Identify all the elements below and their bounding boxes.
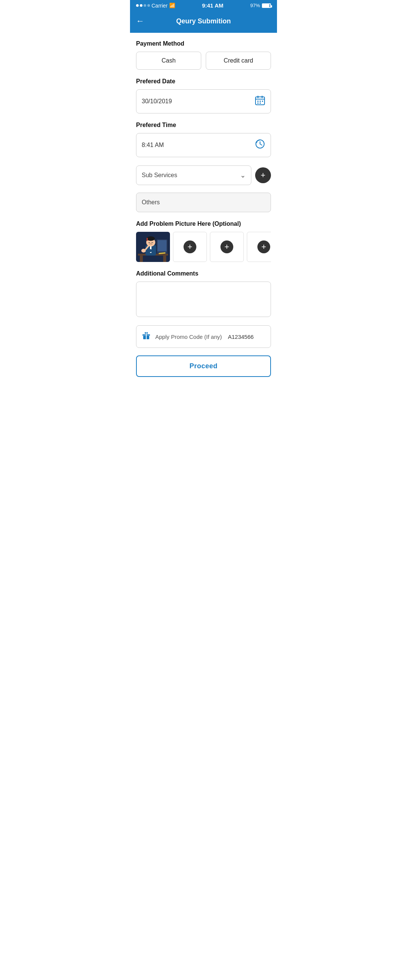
svg-rect-2 xyxy=(262,96,263,98)
picture-slot-4[interactable]: + xyxy=(247,232,271,262)
picture-slot-3[interactable]: + xyxy=(210,232,244,262)
svg-line-11 xyxy=(260,144,262,145)
picture-slot-1[interactable] xyxy=(136,232,170,262)
preferred-date-field[interactable]: 30/10/2019 xyxy=(136,89,271,113)
sub-services-label: Sub Services xyxy=(142,172,177,179)
main-content: Payment Method Cash Credit card Prefered… xyxy=(130,33,277,385)
svg-rect-8 xyxy=(260,102,261,103)
signal-dots xyxy=(136,4,150,7)
others-text: Others xyxy=(142,199,160,205)
svg-rect-32 xyxy=(142,335,150,336)
svg-rect-31 xyxy=(146,334,146,339)
preferred-date-label: Prefered Date xyxy=(136,78,271,85)
picture-slot-2[interactable]: + xyxy=(173,232,207,262)
header: ← Qeury Submition xyxy=(130,11,277,33)
preferred-time-field[interactable]: 8:41 AM xyxy=(136,133,271,157)
promo-code-value: A1234566 xyxy=(228,334,254,340)
back-button[interactable]: ← xyxy=(136,16,144,26)
others-box[interactable]: Others xyxy=(136,192,271,212)
calendar-icon xyxy=(255,95,265,108)
preferred-date-value: 30/10/2019 xyxy=(142,98,172,105)
proceed-button[interactable]: Proceed xyxy=(136,355,271,377)
sub-services-row: Sub Services ⌄ + xyxy=(136,165,271,185)
status-right: 97% xyxy=(250,3,271,8)
status-bar: Carrier 📶 9:41 AM 97% xyxy=(130,0,277,11)
svg-rect-6 xyxy=(262,101,263,102)
svg-rect-4 xyxy=(258,101,259,102)
plus-icon: + xyxy=(261,170,266,180)
wifi-icon: 📶 xyxy=(169,3,175,8)
picture-upload-row: + + + xyxy=(136,232,271,262)
svg-rect-1 xyxy=(258,96,259,98)
status-left: Carrier 📶 xyxy=(136,3,175,9)
add-sub-service-button[interactable]: + xyxy=(255,167,271,183)
preferred-time-label: Prefered Time xyxy=(136,122,271,129)
add-picture-icon-3: + xyxy=(221,240,233,253)
add-picture-icon-2: + xyxy=(183,240,196,253)
dot4 xyxy=(147,4,150,7)
additional-comments-label: Additional Comments xyxy=(136,270,271,277)
carrier-label: Carrier xyxy=(151,3,168,9)
dot2 xyxy=(140,4,142,7)
svg-rect-24 xyxy=(146,238,148,241)
battery-percent: 97% xyxy=(250,3,260,8)
chevron-down-icon: ⌄ xyxy=(240,171,246,180)
status-time: 9:41 AM xyxy=(202,2,224,9)
dot3 xyxy=(143,4,146,7)
svg-rect-18 xyxy=(157,240,167,251)
payment-method-buttons: Cash Credit card xyxy=(136,52,271,70)
promo-code-box[interactable]: Apply Promo Code (If any) A1234566 xyxy=(136,325,271,348)
page-title: Qeury Submition xyxy=(176,18,231,25)
sub-services-dropdown[interactable]: Sub Services ⌄ xyxy=(136,165,251,185)
add-picture-icon-4: + xyxy=(258,240,270,253)
dot1 xyxy=(136,4,139,7)
svg-rect-16 xyxy=(163,256,166,262)
payment-method-label: Payment Method xyxy=(136,40,271,47)
gift-icon xyxy=(142,331,151,342)
svg-rect-5 xyxy=(260,101,261,102)
clock-icon xyxy=(255,139,265,151)
promo-placeholder: Apply Promo Code (If any) xyxy=(155,334,222,340)
svg-rect-7 xyxy=(258,102,259,103)
cash-button[interactable]: Cash xyxy=(136,52,201,70)
battery-fill xyxy=(263,4,269,7)
preferred-time-value: 8:41 AM xyxy=(142,142,164,148)
battery-icon xyxy=(262,3,271,8)
svg-rect-15 xyxy=(140,256,143,262)
credit-card-button[interactable]: Credit card xyxy=(206,52,271,70)
svg-point-23 xyxy=(146,236,155,241)
problem-picture-label: Add Problem Picture Here (Optional) xyxy=(136,221,271,227)
svg-rect-33 xyxy=(146,333,146,334)
additional-comments-box[interactable] xyxy=(136,282,271,317)
comments-input[interactable] xyxy=(142,287,265,310)
